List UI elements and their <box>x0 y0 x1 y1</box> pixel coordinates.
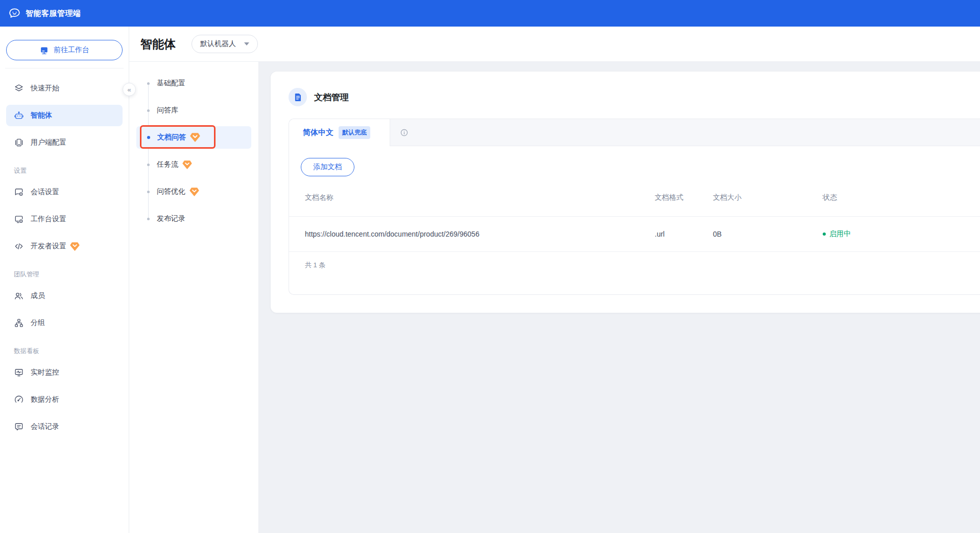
monitor-wave-icon <box>14 367 24 378</box>
bot-selector-value: 默认机器人 <box>200 39 236 49</box>
bullet-icon <box>147 136 150 139</box>
submenu-item-label: 问答库 <box>157 106 178 115</box>
default-fallback-badge: 默认兜底 <box>339 126 370 139</box>
sidebar-item-session-records[interactable]: 会话记录 <box>6 416 123 437</box>
status-label: 启用中 <box>829 229 851 239</box>
main-area: 文档管理 简体中文 默认兜底 <box>259 62 980 533</box>
collapse-sidebar-button[interactable]: « <box>123 83 136 96</box>
sidebar-item-label: 开发者设置 <box>31 242 66 251</box>
sidebar-item-label: 会话设置 <box>31 188 59 197</box>
layers-icon <box>14 83 24 94</box>
sidebar-item-groups[interactable]: 分组 <box>6 312 123 334</box>
bullet-icon <box>147 82 150 85</box>
bullet-icon <box>147 164 150 166</box>
chat-gear-icon <box>14 187 24 197</box>
chevrons-left-icon: « <box>127 86 131 93</box>
table-total: 共 1 条 <box>289 252 980 270</box>
sidebar-item-label: 工作台设置 <box>31 215 66 224</box>
sidebar-item-agent[interactable]: 智能体 <box>6 105 123 126</box>
submenu-item-qa-optimization[interactable]: 问答优化 <box>136 180 251 203</box>
page-header: 智能体 默认机器人 <box>129 27 980 62</box>
col-doc-format: 文档格式 <box>655 193 713 202</box>
document-icon <box>289 88 307 106</box>
sidebar-nav: 快速开始 智能体 用户端配置 <box>0 68 129 437</box>
vip-badge-icon <box>190 133 200 142</box>
caret-down-icon <box>244 42 249 45</box>
card-title: 文档管理 <box>314 91 349 103</box>
sidebar-item-data-analysis[interactable]: 数据分析 <box>6 389 123 410</box>
bullet-icon <box>147 218 150 220</box>
workstation-icon <box>39 45 49 55</box>
submenu-item-qa-library[interactable]: 问答库 <box>136 99 251 122</box>
sidebar-item-realtime-monitor[interactable]: 实时监控 <box>6 362 123 383</box>
col-doc-size: 文档大小 <box>713 193 823 202</box>
sidebar-item-label: 实时监控 <box>31 368 59 377</box>
submenu-item-label: 基础配置 <box>157 79 185 88</box>
add-document-button[interactable]: 添加文档 <box>301 158 354 176</box>
sidebar-item-label: 用户端配置 <box>31 138 66 147</box>
sidebar-item-session-settings[interactable]: 会话设置 <box>6 181 123 203</box>
doc-management-card: 文档管理 简体中文 默认兜底 <box>271 72 980 313</box>
monitor-gear-icon <box>14 214 24 224</box>
org-chart-icon <box>14 318 24 328</box>
sidebar-item-label: 分组 <box>31 318 45 328</box>
robot-icon <box>14 110 24 121</box>
tab-strip: 简体中文 默认兜底 <box>289 119 980 146</box>
sidebar-section-team: 团队管理 <box>0 267 129 282</box>
code-icon <box>14 241 24 251</box>
submenu-item-label: 问答优化 <box>157 187 185 196</box>
language-tabs-container: 简体中文 默认兜底 添加文档 文档名称 <box>289 119 980 295</box>
sidebar-item-label: 数据分析 <box>31 395 59 404</box>
submenu-item-label: 文档问答 <box>157 133 186 142</box>
submenu-item-label: 发布记录 <box>157 214 185 223</box>
sidebar-item-workspace-settings[interactable]: 工作台设置 <box>6 208 123 230</box>
col-doc-name: 文档名称 <box>305 193 655 202</box>
table-row[interactable]: https://cloud.tencent.com/document/produ… <box>289 217 980 252</box>
sidebar-item-quick-start[interactable]: 快速开始 <box>6 78 123 99</box>
go-workspace-label: 前往工作台 <box>54 45 89 55</box>
submenu-item-doc-qa[interactable]: 文档问答 <box>136 126 251 149</box>
device-icon <box>14 137 24 148</box>
cell-doc-format: .url <box>655 230 713 238</box>
bullet-icon <box>147 109 150 112</box>
page-title: 智能体 <box>140 36 176 52</box>
sidebar-item-label: 智能体 <box>31 111 52 120</box>
cell-doc-size: 0B <box>713 230 823 238</box>
chat-lines-icon <box>14 422 24 432</box>
info-icon[interactable] <box>400 128 409 137</box>
col-status: 状态 <box>823 193 980 202</box>
bullet-icon <box>147 191 150 193</box>
go-workspace-button[interactable]: 前往工作台 <box>6 40 123 60</box>
cell-doc-name: https://cloud.tencent.com/document/produ… <box>305 230 655 238</box>
sidebar-section-dashboard: 数据看板 <box>0 344 129 358</box>
vip-badge-icon <box>70 242 80 251</box>
vip-badge-icon <box>182 160 192 169</box>
tab-simplified-chinese[interactable]: 简体中文 默认兜底 <box>289 119 390 146</box>
sidebar-section-settings: 设置 <box>0 164 129 178</box>
submenu-item-basic-config[interactable]: 基础配置 <box>136 72 251 95</box>
bot-selector-dropdown[interactable]: 默认机器人 <box>192 35 258 53</box>
cell-status: 启用中 <box>823 229 980 239</box>
submenu-item-task-flow[interactable]: 任务流 <box>136 153 251 176</box>
submenu-item-label: 任务流 <box>157 160 178 169</box>
users-icon <box>14 291 24 301</box>
submenu-item-publish-records[interactable]: 发布记录 <box>136 207 251 230</box>
sidebar-item-label: 会话记录 <box>31 422 59 431</box>
sidebar-item-developer-settings[interactable]: 开发者设置 <box>6 236 123 257</box>
gauge-icon <box>14 395 24 405</box>
sidebar-item-members[interactable]: 成员 <box>6 285 123 307</box>
sidebar-item-client-config[interactable]: 用户端配置 <box>6 132 123 153</box>
vip-badge-icon <box>189 188 199 196</box>
sidebar-item-label: 快速开始 <box>31 84 59 93</box>
sidebar: 前往工作台 快速开始 智能体 <box>0 27 129 533</box>
content-region: 智能体 默认机器人 基础配置 问答库 文档问答 <box>129 27 980 533</box>
app-title: 智能客服管理端 <box>26 9 81 18</box>
tab-label: 简体中文 <box>303 128 333 137</box>
status-dot-icon <box>823 233 826 236</box>
table-header: 文档名称 文档格式 文档大小 状态 <box>289 179 980 217</box>
chat-bubble-face-icon <box>8 7 21 20</box>
agent-submenu: 基础配置 问答库 文档问答 <box>129 62 259 533</box>
sidebar-item-label: 成员 <box>31 291 45 300</box>
topbar: 智能客服管理端 <box>0 0 980 27</box>
